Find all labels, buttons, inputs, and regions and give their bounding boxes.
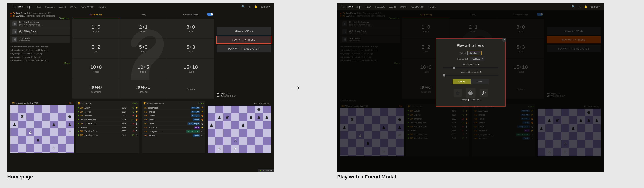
nav-play[interactable]: PLAY <box>366 6 371 8</box>
leaderboard-row[interactable]: GM Arka50 3073 ↑ 3 ⚡ <box>76 106 140 110</box>
timecontrol-select[interactable]: Real time <box>470 57 484 61</box>
challenge-icon[interactable]: ⚔ <box>248 5 251 8</box>
leaderboard-row[interactable]: catask 2922 ↓ 13 ♞ <box>76 125 140 129</box>
play-with-friend-button[interactable]: PLAY WITH A FRIEND <box>217 36 271 43</box>
twinner-row[interactable]: IM Fune09 Yearly Rapid 🐇 <box>142 121 205 125</box>
brand[interactable]: lichess.org <box>12 4 32 9</box>
tc-cell-10+5[interactable]: 10+5Rapid <box>120 59 167 79</box>
twinner-row[interactable]: IM opperwezen Yearly H ⚡ <box>142 106 205 110</box>
tc-cell-3+0[interactable]: 3+0Blitz <box>167 18 214 38</box>
twinner-row[interactable]: NM blitzbullet Yearly ⏱ <box>142 133 205 137</box>
tc-cell-custom[interactable]: Custom <box>167 79 214 99</box>
tv-player-header[interactable]: GM Tilicheev_Viacheslav 2764 0:33 <box>10 101 74 105</box>
player-title: GM <box>80 134 83 136</box>
leaderboard-row[interactable]: GM Drvitman 2950 ↓ 25 🔥 <box>76 114 140 117</box>
username[interactable]: serene99 <box>591 5 600 8</box>
square: ♙ <box>208 153 216 153</box>
streamer-row[interactable]: IM CLSmith15 Friday night game night - l… <box>10 14 70 17</box>
nav-play[interactable]: PLAY <box>36 6 41 8</box>
square: ♟ <box>208 121 216 129</box>
tab-quick-pairing[interactable]: Quick pairing <box>72 12 120 18</box>
bell-icon[interactable]: 🔔 <box>584 5 588 8</box>
square <box>18 121 26 128</box>
square <box>224 145 231 153</box>
create-game-button[interactable]: CREATE A GAME <box>217 27 271 34</box>
streamers-more[interactable]: Streamers » <box>10 17 70 19</box>
leaderboard-row[interactable]: GM Zhigalko_Sergei 2587 ↑ 31 ⏱ <box>76 133 140 137</box>
username[interactable]: serene99 <box>261 5 270 8</box>
nav-puzzles[interactable]: PUZZLES <box>45 6 55 8</box>
timeline-row[interactable]: sai_tama hosts not bughouse simul 2 days… <box>10 45 70 49</box>
square <box>255 121 263 129</box>
tc-cell-3+2[interactable]: 3+2Blitz <box>72 39 120 58</box>
challenge-icon[interactable]: ⚔ <box>578 5 581 8</box>
tournament-badge: Yearly H <box>191 110 200 113</box>
tournament-row[interactable]: ♜ Classical Shield Arena Battle for the … <box>10 20 70 28</box>
tournament-row[interactable]: ⇶ Bullet Swiss 2 players • join <box>10 36 70 43</box>
play-with-friend-modal: ✕ Play with a friend Variant Standard Ti… <box>436 39 505 106</box>
twinner-row[interactable]: GM Hovik7 Yearly S 🔥 <box>142 114 205 117</box>
rated-button[interactable]: Rated <box>470 79 488 84</box>
tc-cell-2+1[interactable]: 2+1Bullet <box>120 18 167 38</box>
tab-lobby[interactable]: Lobby <box>120 12 167 18</box>
nav-tools[interactable]: TOOLS <box>428 6 436 8</box>
leaderboard-row[interactable]: GM Zhigalko_Sergei 2708 ↓ 3 ⏱ <box>76 129 140 133</box>
square <box>50 113 58 121</box>
tc-cell-30+20[interactable]: 30+20Classical <box>120 79 167 99</box>
variant-select[interactable]: Standard <box>468 51 482 55</box>
search-icon[interactable]: 🔍 <box>242 5 245 8</box>
twinners-more[interactable]: More » <box>198 102 204 104</box>
tc-cell-30+0[interactable]: 30+0Classical <box>72 79 120 99</box>
nav-tools[interactable]: TOOLS <box>98 6 106 8</box>
tc-cell-10+0[interactable]: 10+0Rapid <box>72 59 120 79</box>
casual-button[interactable]: Casual <box>452 79 470 84</box>
nav-learn[interactable]: LEARN <box>389 6 396 8</box>
square <box>239 137 247 145</box>
color-white-button[interactable]: ♔ <box>480 89 488 97</box>
increment-slider[interactable] <box>443 75 498 76</box>
nav-learn[interactable]: LEARN <box>59 6 66 8</box>
mode-segmented: Casual Rated <box>452 79 488 84</box>
leaderboard-row[interactable]: GM C9C9C9C9C9 2641 ↓ 18 🐇 <box>76 121 140 125</box>
puzzle-board[interactable]: ♚♟♛♟♟♟♟♟♙♙♗♙♙♙♙♕♔ <box>208 105 271 153</box>
twinner-row[interactable]: FM jimakos Yearly H ⚡ <box>142 110 205 114</box>
minutes-slider[interactable] <box>443 67 498 69</box>
pool-toggle[interactable] <box>207 13 213 16</box>
timeline-row[interactable]: sai_tama hosts not bughouse simul 2 days… <box>10 49 70 52</box>
player-rating: 2631 <box>122 119 126 121</box>
tc-cell-1+0[interactable]: 1+0Bullet <box>72 18 120 38</box>
tc-cell-5+3[interactable]: 5+3Blitz <box>167 39 214 58</box>
tv-board[interactable]: ♜♚♟♟♟♙♕♞♘♙♗♙♙♖♔ <box>10 105 74 153</box>
nav-puzzles[interactable]: PUZZLES <box>375 6 385 8</box>
nav-watch[interactable]: WATCH <box>400 6 408 8</box>
timeline-more[interactable]: More » <box>10 62 70 64</box>
color-random-button[interactable]: ♚ <box>466 88 476 98</box>
nav-community[interactable]: COMMUNITY <box>412 6 424 8</box>
square: ♙ <box>231 137 239 145</box>
close-icon[interactable]: ✕ <box>502 38 506 42</box>
streamer-desc: Friday night game night - lichess.org <box>26 15 55 17</box>
tc-cell-5+0[interactable]: 5+0Blitz <box>120 39 167 58</box>
leaderboard-row[interactable]: GM Jepetto 3034 ↑ 42 ⚡ <box>76 110 140 114</box>
tc-cell-15+10[interactable]: 15+10Rapid <box>167 59 214 79</box>
play-with-computer-button[interactable]: PLAY WITH THE COMPUTER <box>217 45 271 52</box>
bell-icon[interactable]: 🔔 <box>254 5 258 8</box>
twinner-row[interactable]: FM OhanyanEminC… 2021 Summer ⏱ <box>142 129 205 133</box>
nav-community[interactable]: COMMUNITY <box>82 6 95 8</box>
timeline-row[interactable]: sai_tama joins bmxu simul 2 days ago <box>10 55 70 59</box>
timeline-row[interactable]: sai_tama joins eamejia simul 2 days ago <box>10 52 70 55</box>
puzzle-header[interactable]: Puzzle of the day <box>208 101 271 105</box>
tournament-row[interactable]: ➔ ≤1700 Rapid Arena 6 players • in 22 mi… <box>10 28 70 35</box>
twinner-row[interactable]: GM Arnelos Yearly 🔥 <box>142 117 205 121</box>
nav-watch[interactable]: WATCH <box>70 6 78 8</box>
color-black-button[interactable]: ♚ <box>454 89 462 97</box>
timeline-row[interactable]: sai_tama hosts not bughouse simul 2 days… <box>10 59 70 62</box>
twinner-row[interactable]: LM PeshkaCh Elite ⚡ <box>142 125 205 129</box>
streamer-row[interactable]: FM FedaMaster Twitch Viewers Arena with … <box>10 12 70 14</box>
leaderboard-more[interactable]: More » <box>132 102 138 104</box>
search-icon[interactable]: 🔍 <box>572 5 575 8</box>
brand[interactable]: lichess.org <box>342 4 362 9</box>
square <box>239 145 247 153</box>
leaderboard-row[interactable]: Winnie1the1Pooh 2631 ↑ 21 🔥 <box>76 117 140 121</box>
friends-online[interactable]: friends online <box>258 169 274 172</box>
